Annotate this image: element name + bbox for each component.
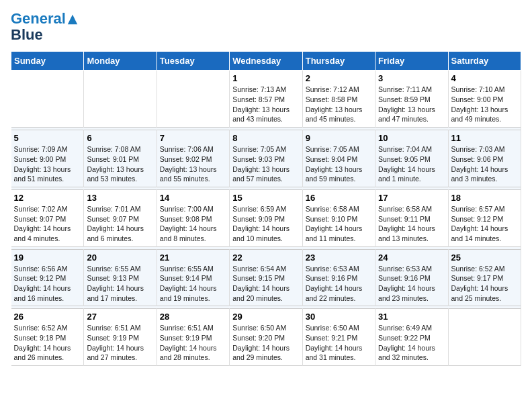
cell-content: Sunrise: 7:04 AMSunset: 9:05 PMDaylight:…	[378, 144, 445, 184]
calendar-cell: 25Sunrise: 6:52 AMSunset: 9:17 PMDayligh…	[448, 249, 521, 306]
day-number: 14	[160, 193, 226, 203]
cell-content: Sunrise: 6:55 AMSunset: 9:13 PMDaylight:…	[87, 264, 153, 304]
day-number: 5	[14, 133, 81, 143]
cell-content: Sunrise: 6:55 AMSunset: 9:14 PMDaylight:…	[160, 264, 226, 304]
cell-content: Sunrise: 7:09 AMSunset: 9:00 PMDaylight:…	[14, 144, 81, 184]
calendar-cell: 2Sunrise: 7:12 AMSunset: 8:58 PMDaylight…	[302, 71, 375, 128]
cell-content: Sunrise: 6:53 AMSunset: 9:16 PMDaylight:…	[378, 264, 445, 304]
cell-content: Sunrise: 6:51 AMSunset: 9:19 PMDaylight:…	[87, 323, 153, 363]
day-number: 7	[160, 133, 226, 143]
day-number: 18	[451, 193, 518, 203]
calendar-cell: 18Sunrise: 6:57 AMSunset: 9:12 PMDayligh…	[448, 189, 521, 246]
calendar-cell: 4Sunrise: 7:10 AMSunset: 9:00 PMDaylight…	[448, 71, 521, 128]
cell-content: Sunrise: 6:52 AMSunset: 9:17 PMDaylight:…	[451, 264, 518, 304]
calendar-cell: 14Sunrise: 7:00 AMSunset: 9:08 PMDayligh…	[157, 189, 229, 246]
header-monday: Monday	[84, 52, 157, 71]
cell-content: Sunrise: 7:02 AMSunset: 9:07 PMDaylight:…	[14, 204, 81, 244]
day-number: 26	[14, 312, 81, 322]
calendar-week-row: 26Sunrise: 6:52 AMSunset: 9:18 PMDayligh…	[11, 309, 521, 366]
cell-content: Sunrise: 6:50 AMSunset: 9:20 PMDaylight:…	[232, 323, 299, 363]
calendar-cell: 7Sunrise: 7:06 AMSunset: 9:02 PMDaylight…	[157, 130, 229, 187]
calendar-cell	[448, 309, 521, 366]
cell-content: Sunrise: 7:03 AMSunset: 9:06 PMDaylight:…	[451, 144, 518, 184]
logo: GeneralBlue	[11, 11, 79, 43]
svg-marker-0	[68, 15, 77, 24]
header-thursday: Thursday	[302, 52, 375, 71]
cell-content: Sunrise: 6:58 AMSunset: 9:10 PMDaylight:…	[306, 204, 372, 244]
day-number: 29	[232, 312, 299, 322]
day-number: 31	[378, 312, 445, 322]
calendar-cell: 8Sunrise: 7:05 AMSunset: 9:03 PMDaylight…	[230, 130, 302, 187]
day-number: 19	[14, 253, 81, 263]
day-number: 12	[14, 193, 81, 203]
cell-content: Sunrise: 7:13 AMSunset: 8:57 PMDaylight:…	[232, 85, 299, 124]
calendar-cell: 9Sunrise: 7:05 AMSunset: 9:04 PMDaylight…	[302, 130, 375, 187]
day-number: 28	[160, 312, 226, 322]
calendar-cell	[84, 71, 157, 128]
header-sunday: Sunday	[11, 52, 84, 71]
calendar-cell: 21Sunrise: 6:55 AMSunset: 9:14 PMDayligh…	[157, 249, 229, 306]
calendar-week-row: 19Sunrise: 6:56 AMSunset: 9:12 PMDayligh…	[11, 249, 521, 306]
day-number: 21	[160, 253, 226, 263]
calendar-cell: 10Sunrise: 7:04 AMSunset: 9:05 PMDayligh…	[375, 130, 448, 187]
logo-text: GeneralBlue	[11, 11, 79, 43]
calendar-cell: 19Sunrise: 6:56 AMSunset: 9:12 PMDayligh…	[11, 249, 84, 306]
page-header: GeneralBlue	[11, 11, 521, 43]
cell-content: Sunrise: 6:53 AMSunset: 9:16 PMDaylight:…	[306, 264, 372, 304]
calendar-table: SundayMondayTuesdayWednesdayThursdayFrid…	[11, 51, 521, 366]
cell-content: Sunrise: 7:10 AMSunset: 9:00 PMDaylight:…	[451, 85, 518, 124]
calendar-cell: 22Sunrise: 6:54 AMSunset: 9:15 PMDayligh…	[230, 249, 302, 306]
calendar-cell: 29Sunrise: 6:50 AMSunset: 9:20 PMDayligh…	[230, 309, 302, 366]
calendar-week-row: 1Sunrise: 7:13 AMSunset: 8:57 PMDaylight…	[11, 71, 521, 128]
calendar-cell: 24Sunrise: 6:53 AMSunset: 9:16 PMDayligh…	[375, 249, 448, 306]
day-number: 15	[232, 193, 299, 203]
day-number: 30	[306, 312, 372, 322]
day-number: 13	[87, 193, 153, 203]
day-number: 8	[232, 133, 299, 143]
cell-content: Sunrise: 6:54 AMSunset: 9:15 PMDaylight:…	[232, 264, 299, 304]
calendar-cell: 20Sunrise: 6:55 AMSunset: 9:13 PMDayligh…	[84, 249, 157, 306]
cell-content: Sunrise: 7:11 AMSunset: 8:59 PMDaylight:…	[378, 85, 445, 124]
cell-content: Sunrise: 7:01 AMSunset: 9:07 PMDaylight:…	[87, 204, 153, 244]
calendar-cell: 1Sunrise: 7:13 AMSunset: 8:57 PMDaylight…	[230, 71, 302, 128]
day-number: 23	[306, 253, 372, 263]
calendar-cell: 31Sunrise: 6:49 AMSunset: 9:22 PMDayligh…	[375, 309, 448, 366]
header-tuesday: Tuesday	[157, 52, 229, 71]
calendar-cell: 26Sunrise: 6:52 AMSunset: 9:18 PMDayligh…	[11, 309, 84, 366]
cell-content: Sunrise: 6:59 AMSunset: 9:09 PMDaylight:…	[232, 204, 299, 244]
calendar-cell: 23Sunrise: 6:53 AMSunset: 9:16 PMDayligh…	[302, 249, 375, 306]
cell-content: Sunrise: 6:49 AMSunset: 9:22 PMDaylight:…	[378, 323, 445, 363]
cell-content: Sunrise: 6:52 AMSunset: 9:18 PMDaylight:…	[14, 323, 81, 363]
calendar-week-row: 12Sunrise: 7:02 AMSunset: 9:07 PMDayligh…	[11, 189, 521, 246]
calendar-cell: 5Sunrise: 7:09 AMSunset: 9:00 PMDaylight…	[11, 130, 84, 187]
calendar-header-row: SundayMondayTuesdayWednesdayThursdayFrid…	[11, 52, 521, 71]
cell-content: Sunrise: 7:12 AMSunset: 8:58 PMDaylight:…	[306, 85, 372, 124]
calendar-week-row: 5Sunrise: 7:09 AMSunset: 9:00 PMDaylight…	[11, 130, 521, 187]
day-number: 6	[87, 133, 153, 143]
cell-content: Sunrise: 7:05 AMSunset: 9:03 PMDaylight:…	[232, 144, 299, 184]
day-number: 2	[306, 73, 372, 83]
calendar-cell: 17Sunrise: 6:58 AMSunset: 9:11 PMDayligh…	[375, 189, 448, 246]
calendar-cell: 13Sunrise: 7:01 AMSunset: 9:07 PMDayligh…	[84, 189, 157, 246]
day-number: 16	[306, 193, 372, 203]
day-number: 3	[378, 73, 445, 83]
cell-content: Sunrise: 6:57 AMSunset: 9:12 PMDaylight:…	[451, 204, 518, 244]
calendar-cell: 15Sunrise: 6:59 AMSunset: 9:09 PMDayligh…	[230, 189, 302, 246]
calendar-cell: 28Sunrise: 6:51 AMSunset: 9:19 PMDayligh…	[157, 309, 229, 366]
day-number: 11	[451, 133, 518, 143]
calendar-cell	[157, 71, 229, 128]
header-friday: Friday	[375, 52, 448, 71]
cell-content: Sunrise: 7:00 AMSunset: 9:08 PMDaylight:…	[160, 204, 226, 244]
day-number: 22	[232, 253, 299, 263]
cell-content: Sunrise: 6:56 AMSunset: 9:12 PMDaylight:…	[14, 264, 81, 304]
day-number: 10	[378, 133, 445, 143]
cell-content: Sunrise: 6:58 AMSunset: 9:11 PMDaylight:…	[378, 204, 445, 244]
calendar-cell: 30Sunrise: 6:50 AMSunset: 9:21 PMDayligh…	[302, 309, 375, 366]
day-number: 20	[87, 253, 153, 263]
day-number: 24	[378, 253, 445, 263]
header-wednesday: Wednesday	[230, 52, 302, 71]
calendar-cell: 11Sunrise: 7:03 AMSunset: 9:06 PMDayligh…	[448, 130, 521, 187]
cell-content: Sunrise: 7:05 AMSunset: 9:04 PMDaylight:…	[306, 144, 372, 184]
cell-content: Sunrise: 6:50 AMSunset: 9:21 PMDaylight:…	[306, 323, 372, 363]
day-number: 17	[378, 193, 445, 203]
